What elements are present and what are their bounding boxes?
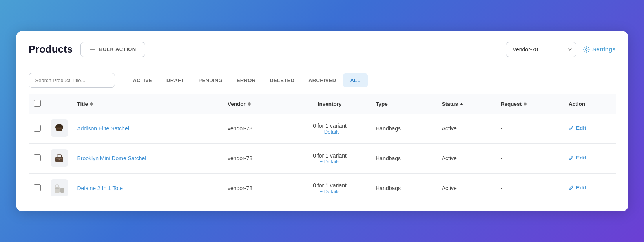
row-checkbox[interactable] [34,184,41,191]
row-status-cell: Active [437,114,496,143]
inventory-detail-link[interactable]: + Details [293,159,366,165]
vendor-sort-icon [248,102,251,106]
inventory-detail-link[interactable]: + Details [293,189,366,194]
col-status: Status [437,94,496,114]
col-request: Request [496,94,564,114]
tab-archived[interactable]: ARCHIVED [301,73,343,87]
table-header-row: Title Vendor [29,94,616,114]
tab-error[interactable]: ERROR [230,73,263,87]
tab-all[interactable]: ALL [343,73,367,87]
bulk-action-label: BULK ACTION [99,46,136,52]
products-table: Title Vendor [29,94,616,204]
row-request-cell: - [496,114,564,143]
products-table-wrap: Title Vendor [29,94,616,204]
row-checkbox[interactable] [34,125,41,132]
row-request-cell: - [496,173,564,203]
product-image [51,119,68,137]
request-sort-icon [524,102,527,106]
pencil-icon [569,185,574,191]
edit-button[interactable]: Edit [569,155,586,161]
product-title-link[interactable]: Delaine 2 In 1 Tote [77,185,123,191]
row-status-cell: Active [437,143,496,173]
row-vendor-cell: vendor-78 [223,114,288,143]
table-row: Delaine 2 In 1 Tote vendor-78 0 for 1 va… [29,173,616,203]
edit-button[interactable]: Edit [569,125,586,131]
status-sort-icon [460,103,463,105]
col-type: Type [371,94,437,114]
settings-button[interactable]: Settings [583,46,615,53]
col-title: Title [73,94,223,114]
row-inventory-cell: 0 for 1 variant + Details [288,173,371,203]
row-vendor-cell: vendor-78 [223,173,288,203]
svg-rect-16 [60,188,64,193]
svg-point-13 [58,159,60,160]
product-image [51,179,68,196]
row-image-cell [46,114,73,143]
header-left: Products BULK ACTION [29,42,145,57]
row-checkbox-cell [29,114,46,143]
select-all-checkbox[interactable] [34,100,41,107]
row-action-cell: Edit [564,173,615,203]
title-sort-icon [90,102,93,106]
col-vendor: Vendor [223,94,288,114]
products-card: Products BULK ACTION Vendor-78 Settings [16,31,628,211]
col-select-all [29,94,46,114]
row-vendor-cell: vendor-78 [223,143,288,173]
row-title-cell: Brooklyn Mini Dome Satchel [73,143,223,173]
svg-point-3 [586,48,587,50]
row-inventory-cell: 0 for 1 variant + Details [288,114,371,143]
list-icon [89,46,96,53]
vendor-select[interactable]: Vendor-78 [506,42,576,57]
inventory-count: 0 for 1 variant [293,123,366,129]
row-request-cell: - [496,143,564,173]
col-action: Action [564,94,615,114]
product-title-link[interactable]: Brooklyn Mini Dome Satchel [77,155,146,161]
header-row: Products BULK ACTION Vendor-78 Settings [29,42,616,65]
row-inventory-cell: 0 for 1 variant + Details [288,143,371,173]
row-type-cell: Handbags [371,173,437,203]
row-action-cell: Edit [564,114,615,143]
table-row: Brooklyn Mini Dome Satchel vendor-78 0 f… [29,143,616,173]
filter-row: ACTIVE DRAFT PENDING ERROR DELETED ARCHI… [29,73,616,88]
tab-deleted[interactable]: DELETED [263,73,301,87]
row-status-cell: Active [437,173,496,203]
row-action-cell: Edit [564,143,615,173]
svg-rect-15 [55,187,60,193]
svg-rect-12 [56,158,62,159]
tabs: ACTIVE DRAFT PENDING ERROR DELETED ARCHI… [126,73,368,87]
pencil-icon [569,155,574,161]
inventory-count: 0 for 1 variant [293,182,366,189]
row-checkbox[interactable] [34,154,41,161]
col-inventory: Inventory [288,94,371,114]
edit-button[interactable]: Edit [569,185,586,191]
row-image-cell [46,173,73,203]
page-title: Products [29,43,73,55]
row-image-cell [46,143,73,173]
header-right: Vendor-78 Settings [506,42,615,57]
row-type-cell: Handbags [371,143,437,173]
pencil-icon [569,125,574,131]
product-image [51,149,68,167]
product-title-link[interactable]: Addison Elite Satchel [77,125,129,132]
row-type-cell: Handbags [371,114,437,143]
table-row: Addison Elite Satchel vendor-78 0 for 1 … [29,114,616,143]
search-input[interactable] [29,73,115,88]
row-title-cell: Addison Elite Satchel [73,114,223,143]
tab-pending[interactable]: PENDING [192,73,230,87]
row-checkbox-cell [29,143,46,173]
inventory-count: 0 for 1 variant [293,152,366,159]
row-title-cell: Delaine 2 In 1 Tote [73,173,223,203]
settings-label: Settings [592,46,615,53]
tab-active[interactable]: ACTIVE [126,73,159,87]
bulk-action-button[interactable]: BULK ACTION [80,42,145,57]
gear-icon [583,46,590,53]
inventory-detail-link[interactable]: + Details [293,129,366,135]
tab-draft[interactable]: DRAFT [159,73,192,87]
col-image [46,94,73,114]
row-checkbox-cell [29,173,46,203]
